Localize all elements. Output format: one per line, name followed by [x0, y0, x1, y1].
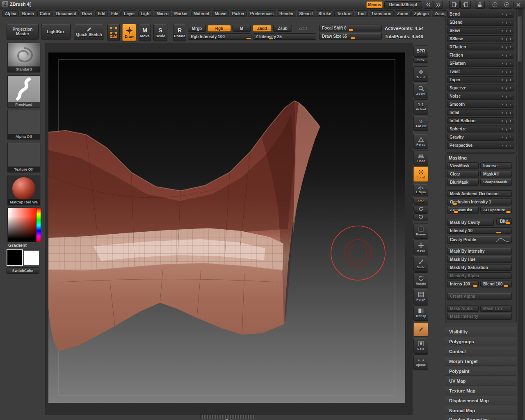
- axis-toggles[interactable]: x y z: [502, 46, 512, 48]
- axis-toggles[interactable]: x y z: [502, 21, 512, 24]
- menu-tool[interactable]: Tool: [355, 10, 368, 17]
- sharpenmask-button[interactable]: SharpenMask: [480, 179, 512, 185]
- axis-toggles[interactable]: x y z: [502, 87, 512, 89]
- section-uv-map[interactable]: UV Map: [445, 377, 516, 386]
- menu-picker[interactable]: Picker: [230, 10, 247, 17]
- menu-preferences[interactable]: Preferences: [248, 10, 276, 17]
- panel-scrollbar[interactable]: [518, 9, 523, 420]
- inverse-button[interactable]: Inverse: [480, 162, 512, 169]
- solo-button[interactable]: Solo: [413, 338, 428, 354]
- mask-by-saturation-button[interactable]: Mask By Saturation: [447, 264, 512, 271]
- main-color-swatch[interactable]: [7, 249, 23, 266]
- deform-row-sflatten[interactable]: SFlattenx y z: [447, 60, 514, 67]
- menu-alpha[interactable]: Alpha: [2, 10, 19, 17]
- deform-row-bend[interactable]: Bendx y z: [447, 11, 514, 18]
- quick-sketch-button[interactable]: Quick Sketch: [74, 24, 104, 39]
- occlusion-intensity-slider[interactable]: Occlusion Intensity 1: [447, 199, 512, 205]
- menu-transform[interactable]: Transform: [369, 10, 394, 17]
- menu-draw[interactable]: Draw: [80, 10, 94, 17]
- menu-macro[interactable]: Macro: [154, 10, 171, 17]
- xpose-button[interactable]: Xpose: [413, 354, 428, 370]
- menu-color[interactable]: Color: [37, 10, 53, 17]
- transp-button[interactable]: Transp: [413, 305, 428, 321]
- axis-toggles[interactable]: x y z: [502, 13, 512, 16]
- draw-size-slider[interactable]: Draw Size 65: [319, 33, 382, 39]
- section-display-properties[interactable]: Display Properties: [445, 415, 516, 420]
- deform-row-rflatten[interactable]: RFlattenx y z: [447, 43, 514, 50]
- deform-row-flatten[interactable]: Flattenx y z: [447, 52, 514, 59]
- menu-document[interactable]: Document: [54, 10, 79, 17]
- menu-render[interactable]: Render: [277, 10, 296, 17]
- menu-layer[interactable]: Layer: [121, 10, 137, 17]
- restore-depth-icon[interactable]: [501, 1, 512, 9]
- create-alpha-button[interactable]: Create Alpha: [447, 293, 512, 299]
- rgb-intensity-slider[interactable]: Rgb Intensity 100: [188, 33, 251, 40]
- secondary-color-swatch[interactable]: [24, 250, 39, 266]
- menu-movie[interactable]: Movie: [212, 10, 228, 17]
- menu-stencil[interactable]: Stencil: [297, 10, 315, 17]
- section-texture-map[interactable]: Texture Map: [445, 386, 516, 395]
- mask-by-alpha-button[interactable]: Mask By Alpha: [447, 272, 512, 279]
- zoom-button[interactable]: Zoom: [413, 83, 428, 98]
- viewport-canvas[interactable]: [48, 52, 405, 403]
- menu-stroke[interactable]: Stroke: [316, 10, 333, 17]
- ao-aperture-slider[interactable]: AO Aperture: [480, 207, 512, 213]
- lsym-button[interactable]: >|< L.Sym: [413, 184, 428, 196]
- alpha-thumbnail[interactable]: Alpha Off: [7, 110, 40, 139]
- store-depth-icon[interactable]: [489, 1, 500, 9]
- axis-toggles[interactable]: x y z: [502, 29, 512, 32]
- hue-strip[interactable]: [36, 208, 41, 242]
- deform-row-taper[interactable]: Taperx y z: [447, 76, 514, 83]
- material-thumbnail[interactable]: MatCap Red Wa: [7, 176, 40, 205]
- stroke-thumbnail[interactable]: FreeHand: [7, 75, 40, 107]
- scale-button[interactable]: S Scale: [153, 24, 167, 41]
- intens-slider[interactable]: Intens 100: [447, 281, 479, 287]
- axis-toggles[interactable]: x y z: [502, 144, 512, 147]
- bpr-button[interactable]: BPR: [413, 46, 428, 57]
- axis-toggles[interactable]: x y z: [502, 128, 512, 130]
- gradient-label[interactable]: Gradient: [8, 243, 27, 248]
- rotate-cw-icon[interactable]: [413, 205, 428, 212]
- copy-document-icon[interactable]: [449, 1, 460, 9]
- deform-row-spherize[interactable]: Spherizex y z: [447, 126, 514, 132]
- rgb-button[interactable]: Rgb: [208, 25, 231, 32]
- close-icon[interactable]: [514, 1, 523, 9]
- blurmask-button[interactable]: BlurMask: [447, 179, 479, 185]
- move-button[interactable]: M Move: [139, 24, 151, 41]
- menu-marker[interactable]: Marker: [172, 10, 190, 17]
- axis-toggles[interactable]: x y z: [502, 119, 512, 122]
- section-contact[interactable]: Contact: [445, 347, 516, 356]
- section-visibility[interactable]: Visibility: [445, 327, 516, 336]
- section-displacement-map[interactable]: Displacement Map: [445, 396, 516, 405]
- deform-row-sbend[interactable]: SBendx y z: [447, 19, 514, 26]
- texture-thumbnail[interactable]: Texture Off: [7, 143, 40, 172]
- color-picker-cursor[interactable]: [8, 208, 11, 212]
- menu-texture[interactable]: Texture: [334, 10, 354, 17]
- blur-slider[interactable]: Blur: [496, 218, 512, 224]
- axis-toggles[interactable]: x y z: [502, 70, 512, 73]
- z-intensity-slider[interactable]: Z Intensity 25: [253, 33, 316, 40]
- deform-row-twist[interactable]: Twistx y z: [447, 68, 514, 75]
- masking-header[interactable]: Masking: [449, 155, 467, 160]
- color-picker[interactable]: [7, 208, 36, 242]
- switch-color-button[interactable]: SwitchColor: [7, 267, 39, 274]
- panel-scrollbar-thumb[interactable]: [518, 16, 522, 62]
- scroll-right-icon[interactable]: [434, 1, 443, 9]
- mrgb-button[interactable]: Mrgb: [188, 25, 206, 32]
- viewmask-button[interactable]: ViewMask: [447, 162, 479, 169]
- edit-button[interactable]: Edit: [107, 24, 120, 41]
- menus-button[interactable]: Menus: [366, 1, 383, 8]
- axis-toggles[interactable]: x y z: [502, 111, 512, 114]
- deform-row-noise[interactable]: Noisex y z: [447, 93, 514, 100]
- axis-toggles[interactable]: x y z: [502, 136, 512, 139]
- deform-row-skew[interactable]: Skewx y z: [447, 27, 514, 34]
- rotate-button[interactable]: R Rotate: [173, 24, 186, 41]
- maskall-button[interactable]: MaskAll: [480, 171, 512, 177]
- zcut-button[interactable]: Zcut: [294, 25, 312, 32]
- lock-icon[interactable]: [475, 1, 485, 9]
- clear-mask-button[interactable]: Clear: [447, 171, 479, 177]
- axis-toggles[interactable]: x y z: [502, 54, 512, 57]
- lightbox-button[interactable]: LightBox: [41, 24, 71, 39]
- deform-row-inflat[interactable]: Inflatx y z: [447, 109, 514, 116]
- mask-by-intensity-button[interactable]: Mask By Intensity: [447, 248, 512, 254]
